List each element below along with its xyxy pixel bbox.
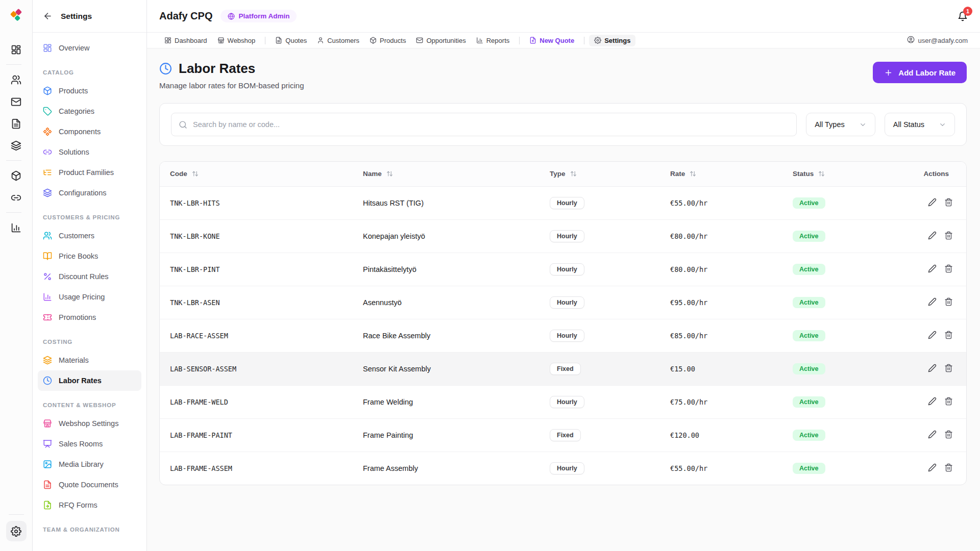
column-header-rate[interactable]: Rate [660, 162, 782, 186]
sort-icon[interactable] [386, 170, 393, 177]
type-cell: Fixed [540, 418, 660, 452]
delete-button[interactable] [944, 297, 953, 306]
table-row[interactable]: LAB-FRAME-ASSEMFrame AssemblyHourly€55.0… [160, 452, 966, 485]
table-row[interactable]: LAB-FRAME-PAINTFrame PaintingFixed€120.0… [160, 418, 966, 452]
column-header-code[interactable]: Code [160, 162, 353, 186]
table-row[interactable]: TNK-LBR-KONEKonepajan yleistyöHourly€80.… [160, 219, 966, 253]
delete-button[interactable] [944, 198, 953, 207]
rail-settings-button[interactable] [6, 521, 27, 541]
sidebar-item-components[interactable]: Components [38, 121, 141, 142]
sidebar-item-solutions[interactable]: Solutions [38, 142, 141, 162]
sort-icon[interactable] [192, 170, 199, 177]
app-logo[interactable] [9, 7, 24, 24]
sidebar-item-categories[interactable]: Categories [38, 101, 141, 121]
page-title-block: Labor Rates Manage labor rates for BOM-b… [159, 61, 304, 90]
user-menu[interactable]: user@adafy.com [907, 36, 968, 45]
sidebar-item-promotions[interactable]: Promotions [38, 307, 141, 328]
edit-button[interactable] [928, 297, 937, 306]
bar-chart-icon [43, 292, 52, 302]
edit-button[interactable] [928, 364, 937, 372]
sidebar-item-price-books[interactable]: Price Books [38, 246, 141, 266]
rail-package-button[interactable] [6, 165, 27, 186]
labor-rate-code: TNK-LBR-KONE [160, 219, 353, 253]
type-cell: Hourly [540, 186, 660, 219]
column-header-type[interactable]: Type [540, 162, 660, 186]
edit-button[interactable] [928, 231, 937, 240]
rail-layers-button[interactable] [6, 135, 27, 156]
table-row[interactable]: LAB-RACE-ASSEMRace Bike AssemblyHourly€8… [160, 319, 966, 352]
rail-link-button[interactable] [6, 187, 27, 208]
delete-button[interactable] [944, 231, 953, 240]
edit-button[interactable] [928, 397, 937, 406]
tab-opportunities[interactable]: Opportunities [411, 35, 471, 46]
edit-button[interactable] [928, 331, 937, 339]
sort-icon[interactable] [690, 170, 696, 177]
sidebar-item-product-families[interactable]: Product Families [38, 162, 141, 183]
sort-icon[interactable] [818, 170, 825, 177]
notifications-button[interactable]: 1 [958, 11, 968, 21]
type-cell: Hourly [540, 286, 660, 319]
sidebar-item-configurations[interactable]: Configurations [38, 183, 141, 203]
actions-cell [906, 452, 966, 485]
back-arrow-icon[interactable] [43, 11, 53, 21]
delete-button[interactable] [944, 264, 953, 273]
table-row[interactable]: TNK-LBR-PINTPintakäsittelytyöHourly€80.0… [160, 253, 966, 286]
edit-button[interactable] [928, 463, 937, 472]
tab-dashboard[interactable]: Dashboard [159, 35, 212, 46]
sidebar-item-label: Categories [59, 107, 94, 115]
sidebar-item-discount-rules[interactable]: Discount Rules [38, 266, 141, 287]
type-cell: Hourly [540, 319, 660, 352]
status-badge: Active [793, 430, 825, 441]
rail-bar-chart-button[interactable] [6, 217, 27, 238]
table-row[interactable]: TNK-LBR-ASENAsennustyöHourly€95.00/hrAct… [160, 286, 966, 319]
search-input[interactable] [193, 120, 789, 129]
tab-reports[interactable]: Reports [471, 35, 515, 46]
delete-button[interactable] [944, 331, 953, 339]
tab-settings[interactable]: Settings [589, 35, 635, 46]
type-badge: Fixed [550, 363, 581, 375]
sidebar-item-quote-documents[interactable]: Quote Documents [38, 474, 141, 495]
sidebar-item-webshop-settings[interactable]: Webshop Settings [38, 413, 141, 434]
sidebar-item-materials[interactable]: Materials [38, 350, 141, 370]
sidebar-item-label: Labor Rates [59, 377, 102, 385]
delete-button[interactable] [944, 364, 953, 372]
add-labor-rate-button[interactable]: Add Labor Rate [873, 62, 967, 83]
edit-button[interactable] [928, 264, 937, 273]
delete-button[interactable] [944, 397, 953, 406]
sort-icon[interactable] [570, 170, 577, 177]
table-row[interactable]: TNK-LBR-HITSHitsaus RST (TIG)Hourly€55.0… [160, 186, 966, 219]
sidebar-item-products[interactable]: Products [38, 81, 141, 101]
table-row[interactable]: LAB-FRAME-WELDFrame WeldingHourly€75.00/… [160, 385, 966, 418]
tab-quotes[interactable]: Quotes [270, 35, 312, 46]
column-header-name[interactable]: Name [353, 162, 540, 186]
delete-button[interactable] [944, 463, 953, 472]
status-filter-dropdown[interactable]: All Status [885, 113, 955, 136]
rail-users-button[interactable] [6, 69, 27, 90]
rail-mail-button[interactable] [6, 91, 27, 112]
edit-button[interactable] [928, 430, 937, 439]
tab-webshop[interactable]: Webshop [212, 35, 261, 46]
tab-customers[interactable]: Customers [312, 35, 364, 46]
type-filter-value: All Types [815, 120, 845, 129]
layers-icon [43, 188, 52, 197]
sidebar-section-label: CATALOG [38, 58, 141, 81]
labor-rate-name: Race Bike Assembly [353, 319, 540, 352]
sidebar-item-usage-pricing[interactable]: Usage Pricing [38, 287, 141, 307]
chevron-down-icon [859, 121, 867, 129]
sidebar-item-overview[interactable]: Overview [38, 38, 141, 58]
book-open-icon [43, 252, 52, 261]
tab-products[interactable]: Products [364, 35, 411, 46]
delete-button[interactable] [944, 430, 953, 439]
table-row[interactable]: LAB-SENSOR-ASSEMSensor Kit AssemblyFixed… [160, 352, 966, 385]
rail-file-text-button[interactable] [6, 113, 27, 134]
sidebar-item-media-library[interactable]: Media Library [38, 454, 141, 474]
sidebar-item-labor-rates[interactable]: Labor Rates [38, 370, 141, 391]
type-filter-dropdown[interactable]: All Types [806, 113, 875, 136]
tab-new-quote[interactable]: New Quote [524, 35, 579, 46]
rail-layout-grid-button[interactable] [6, 39, 27, 60]
edit-button[interactable] [928, 198, 937, 207]
sidebar-item-rfq-forms[interactable]: RFQ Forms [38, 495, 141, 515]
sidebar-item-sales-rooms[interactable]: Sales Rooms [38, 434, 141, 454]
sidebar-item-customers[interactable]: Customers [38, 226, 141, 246]
column-header-status[interactable]: Status [782, 162, 906, 186]
